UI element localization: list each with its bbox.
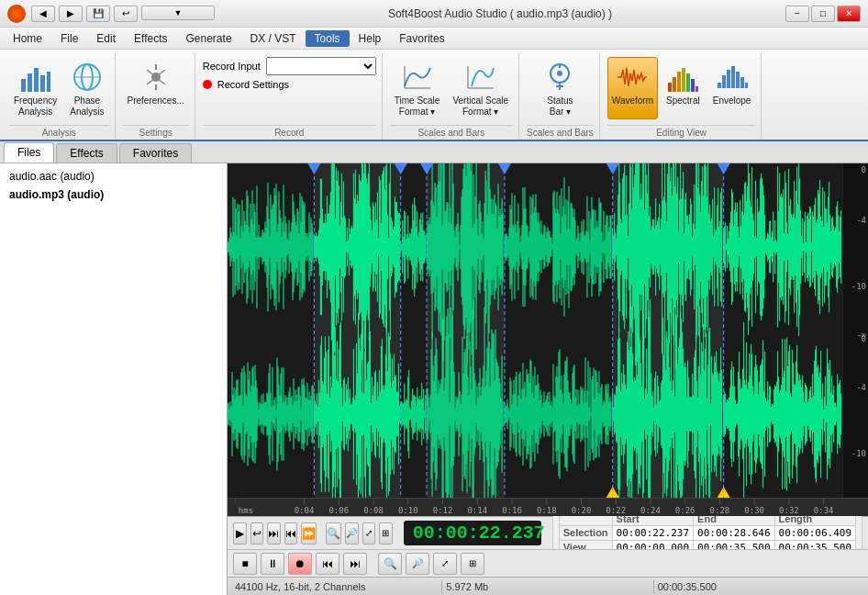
svg-rect-33 <box>727 70 730 88</box>
phase-analysis-btn[interactable]: PhaseAnalysis <box>65 57 108 119</box>
menu-home[interactable]: Home <box>4 30 51 47</box>
close-btn[interactable]: ✕ <box>837 6 861 22</box>
toolbar-back-btn[interactable]: ◀ <box>31 6 55 22</box>
status-divider-2 <box>653 580 654 593</box>
record-ctrl-btn[interactable]: ⏺ <box>288 553 312 575</box>
svg-line-12 <box>158 79 165 84</box>
toolbar-forward-btn[interactable]: ▶ <box>59 6 83 22</box>
skip-prev2-btn[interactable]: ⏮ <box>316 553 339 575</box>
menu-bar: Home File Edit Effects Generate DX / VST… <box>0 28 868 50</box>
ribbon-group-record: Record Input Record Settings Record Reco… <box>197 53 383 140</box>
toolbar-undo-btn[interactable]: ↩ <box>114 6 138 22</box>
controls-bar-2: ■ ⏸ ⏺ ⏮ ⏭ 🔍 🔎 ⤢ ⊞ <box>228 549 868 577</box>
menu-favorites[interactable]: Favorites <box>390 30 453 47</box>
settings-group-label: Settings <box>123 125 189 140</box>
envelope-icon <box>716 61 749 94</box>
svg-rect-28 <box>686 73 690 92</box>
freq-analysis-label: FrequencyAnalysis <box>14 95 57 118</box>
zoom-out-btn[interactable]: 🔎 <box>345 522 359 544</box>
freq-analysis-icon <box>19 61 52 94</box>
stop-btn[interactable]: ■ <box>233 553 257 575</box>
phase-analysis-label: PhaseAnalysis <box>70 95 104 118</box>
svg-rect-27 <box>682 68 685 92</box>
envelope-label: Envelope <box>713 95 751 107</box>
svg-rect-0 <box>21 79 26 92</box>
zoom-out2-btn[interactable]: 🔎 <box>406 553 429 575</box>
svg-line-13 <box>158 70 165 75</box>
sidebar-file-mp3[interactable]: audio.mp3 (audio) <box>4 185 223 204</box>
menu-edit[interactable]: Edit <box>87 30 125 47</box>
waveform-canvas-area[interactable] <box>228 163 868 498</box>
sidebar-file-aac[interactable]: audio.aac (audio) <box>4 167 223 185</box>
scales-buttons: Time ScaleFormat ▾ Vertical ScaleFormat … <box>390 53 513 125</box>
waveform-icon <box>616 61 649 94</box>
settings-buttons: Preferences... <box>123 53 189 125</box>
menu-file[interactable]: File <box>51 30 87 47</box>
editing-view-group-label: Editing View <box>607 125 756 140</box>
play-btn[interactable]: ▶ <box>233 522 247 544</box>
zoom-fit-btn[interactable]: ⤢ <box>362 522 376 544</box>
tab-files[interactable]: Files <box>4 142 54 163</box>
selection-end-value[interactable]: 00:00:28.646 <box>694 525 774 540</box>
maximize-btn[interactable]: □ <box>811 6 835 22</box>
fast-fwd-btn[interactable]: ⏩ <box>301 522 317 544</box>
minimize-btn[interactable]: − <box>785 6 809 22</box>
status-format: 44100 Hz, 16-bit, 2 Channels <box>235 581 438 592</box>
record-input-select[interactable] <box>266 57 376 75</box>
selection-start-value[interactable]: 00:00:22.237 <box>612 525 693 540</box>
freq-analysis-btn[interactable]: FrequencyAnalysis <box>9 57 61 119</box>
statusbar-group-label: Scales and Bars <box>527 125 594 140</box>
zoom-in-btn[interactable]: 🔍 <box>326 522 341 544</box>
status-bar-btn[interactable]: StatusBar ▾ <box>539 57 581 119</box>
app-logo <box>7 5 26 23</box>
waveform-container: ▶ ↩ ⏭ ⏮ ⏩ 🔍 🔎 ⤢ ⊞ 00:00:22.237 Start End <box>228 163 868 595</box>
skip-end-btn[interactable]: ⏭ <box>267 522 281 544</box>
menu-tools[interactable]: Tools <box>306 30 350 47</box>
skip-next2-btn[interactable]: ⏭ <box>343 553 367 575</box>
svg-rect-34 <box>731 66 735 88</box>
ribbon-group-scales: Time ScaleFormat ▾ Vertical ScaleFormat … <box>384 53 519 140</box>
svg-point-20 <box>557 71 562 76</box>
spectral-icon <box>666 61 699 94</box>
statusbar-buttons: StatusBar ▾ <box>539 53 581 125</box>
zoom-in2-btn[interactable]: 🔍 <box>378 553 402 575</box>
time-scale-btn[interactable]: Time ScaleFormat ▾ <box>390 57 445 119</box>
status-size: 5.972 Mb <box>446 581 649 592</box>
tab-favorites[interactable]: Favorites <box>119 143 192 163</box>
app-title: Soft4Boost Audio Studio ( audio.mp3 (aud… <box>215 7 785 20</box>
preferences-btn[interactable]: Preferences... <box>123 57 189 119</box>
waveform-btn[interactable]: Waveform <box>607 57 658 119</box>
return-btn[interactable]: ↩ <box>250 522 264 544</box>
status-bar-label: StatusBar ▾ <box>547 95 573 118</box>
record-controls: Record Input Record Settings <box>203 53 376 90</box>
zoom-all2-btn[interactable]: ⊞ <box>461 553 484 575</box>
spectral-btn[interactable]: Spectral <box>662 57 705 119</box>
tab-effects[interactable]: Effects <box>56 143 117 163</box>
zoom-fit2-btn[interactable]: ⤢ <box>433 553 457 575</box>
svg-rect-25 <box>673 77 676 92</box>
zoom-all-btn[interactable]: ⊞ <box>379 522 393 544</box>
toolbar-dropdown[interactable]: ▼ <box>141 6 215 20</box>
preferences-icon <box>139 61 172 94</box>
menu-help[interactable]: Help <box>350 30 391 47</box>
record-input-row: Record Input <box>203 57 376 75</box>
svg-line-11 <box>147 70 154 75</box>
toolbar-save-btn[interactable]: 💾 <box>86 6 110 22</box>
vertical-scale-btn[interactable]: Vertical ScaleFormat ▾ <box>448 57 513 119</box>
pause-btn[interactable]: ⏸ <box>261 553 284 575</box>
record-group-label-visible: Record <box>203 125 376 140</box>
svg-rect-30 <box>696 86 698 92</box>
vertical-scale-icon <box>464 61 497 94</box>
waveform-canvas[interactable] <box>228 163 868 498</box>
record-settings-row[interactable]: Record Settings <box>203 79 376 90</box>
rewind-btn[interactable]: ⏮ <box>284 522 298 544</box>
menu-generate[interactable]: Generate <box>177 30 241 47</box>
menu-effects[interactable]: Effects <box>125 30 176 47</box>
envelope-btn[interactable]: Envelope <box>708 57 756 119</box>
record-dot-icon <box>203 80 212 89</box>
title-bar: ◀ ▶ 💾 ↩ ▼ Soft4Boost Audio Studio ( audi… <box>0 0 868 28</box>
waveform-label: Waveform <box>612 95 653 107</box>
title-bar-left: ◀ ▶ 💾 ↩ ▼ <box>7 5 215 23</box>
time-scale-label: Time ScaleFormat ▾ <box>395 95 440 118</box>
menu-dxvst[interactable]: DX / VST <box>241 30 306 47</box>
